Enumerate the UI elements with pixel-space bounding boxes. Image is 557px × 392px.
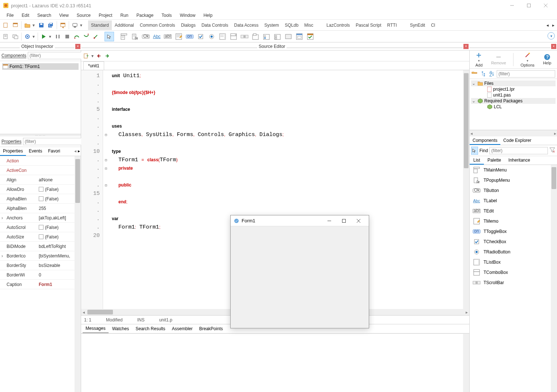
palette-tab-misc[interactable]: Misc: [302, 20, 317, 30]
right-tab-components[interactable]: Components: [470, 136, 500, 145]
palette-tab-cl[interactable]: Cl: [428, 20, 438, 30]
palette-tab-data-controls[interactable]: Data Controls: [198, 20, 231, 30]
property-row[interactable]: AlphaBlen (False): [0, 194, 81, 204]
palette-togglebox-icon[interactable]: on: [185, 32, 194, 41]
property-row[interactable]: AlignalNone: [0, 175, 81, 185]
menu-edit[interactable]: Edit: [18, 12, 33, 19]
palette-tab-synedit[interactable]: SynEdit: [407, 20, 428, 30]
property-row[interactable]: AutoSize (False): [0, 232, 81, 242]
palette-tab-lazcontrols[interactable]: LazControls: [323, 20, 353, 30]
messages-body[interactable]: [81, 333, 469, 392]
component-list-tab-palette[interactable]: Palette: [484, 156, 505, 165]
palette-button-icon[interactable]: Ok: [141, 32, 151, 41]
msg-tab-search-results[interactable]: Search Results: [133, 325, 168, 333]
view-forms-button[interactable]: [11, 32, 20, 41]
right-panel-close[interactable]: ×: [551, 44, 556, 49]
palette-tab-standard[interactable]: Standard: [88, 20, 112, 30]
property-row[interactable]: BorderStybsSizeable: [0, 261, 81, 270]
project-add-button[interactable]: ▾ Add: [474, 51, 484, 68]
project-filter-input[interactable]: [497, 70, 555, 78]
editor-fold-column[interactable]: ⊟⊟⊟⊟: [103, 70, 109, 309]
new-form-button[interactable]: [11, 21, 20, 30]
property-row[interactable]: BorderWi0: [0, 270, 81, 280]
palette-scroll-left[interactable]: ◂: [545, 20, 550, 30]
palette-listbox-icon[interactable]: [218, 32, 227, 41]
component-list-item[interactable]: TScrollBar: [470, 278, 557, 288]
palette-tab-additional[interactable]: Additional: [112, 20, 137, 30]
component-list-item[interactable]: abITEdit: [470, 206, 557, 216]
menu-window[interactable]: Window: [176, 12, 199, 19]
run-button[interactable]: [39, 32, 48, 41]
palette-tab-pascal-script[interactable]: Pascal Script: [353, 20, 384, 30]
editor-nav-back-icon[interactable]: [95, 52, 102, 60]
palette-tab-dialogs[interactable]: Dialogs: [178, 20, 198, 30]
form-close-button[interactable]: [351, 216, 366, 226]
form-maximize-button[interactable]: [337, 216, 351, 226]
stop-button[interactable]: [63, 32, 72, 41]
component-list-item[interactable]: TComboBox: [470, 267, 557, 278]
save-button[interactable]: [37, 21, 46, 30]
msg-tab-messages[interactable]: Messages: [83, 324, 109, 333]
oi-tab-events[interactable]: Events: [26, 147, 45, 156]
component-list-item[interactable]: TMainMenu: [470, 165, 557, 175]
open-button[interactable]: [23, 21, 32, 30]
property-row[interactable]: Action: [0, 156, 81, 166]
menu-source[interactable]: Source: [73, 12, 94, 19]
palette-panel-icon[interactable]: [284, 32, 293, 41]
save-all-button[interactable]: [46, 21, 55, 30]
properties-filter-input[interactable]: [23, 138, 82, 145]
tree-item-form1[interactable]: Form1: TForm1: [2, 63, 79, 70]
toggle-form-unit-button[interactable]: [58, 21, 67, 30]
form-minimize-button[interactable]: [322, 216, 337, 226]
oi-tabs-left[interactable]: ◂: [73, 147, 77, 156]
project-tree-file[interactable]: unit1.pas: [471, 92, 556, 98]
project-help-button[interactable]: ? Help: [542, 53, 553, 66]
oi-tabs-right[interactable]: ▸: [77, 147, 81, 156]
component-list-item[interactable]: TListBox: [470, 257, 557, 267]
messages-vscrollbar[interactable]: [463, 334, 469, 392]
editor-tab-unit1[interactable]: *unit1: [83, 61, 104, 70]
components-filter-input[interactable]: [28, 52, 86, 59]
menu-package[interactable]: Package: [133, 12, 157, 19]
oi-tab-favorites[interactable]: Favori: [45, 147, 63, 156]
menu-view[interactable]: View: [56, 12, 72, 19]
palette-frame-icon[interactable]: [295, 32, 304, 41]
palette-radiobutton-icon[interactable]: [207, 32, 216, 41]
palette-tab-rtti[interactable]: RTTI: [384, 20, 399, 30]
palette-options-icon[interactable]: ▾: [547, 32, 555, 39]
editor-gutter[interactable]: 1...5....10....15....20: [81, 70, 103, 309]
palette-scrollbar-icon[interactable]: [240, 32, 249, 41]
menu-project[interactable]: Project: [95, 12, 116, 19]
component-list-item[interactable]: TCheckBox: [470, 237, 557, 247]
property-row[interactable]: ActiveCon: [0, 166, 81, 175]
chevron-down-icon[interactable]: ⌄: [471, 98, 476, 103]
oi-tab-properties[interactable]: Properties: [0, 147, 26, 156]
menu-search[interactable]: Search: [34, 12, 55, 19]
palette-tab-sqldb[interactable]: SQLdb: [282, 20, 301, 30]
msg-tab-assembler[interactable]: Assembler: [169, 325, 196, 333]
component-list-item[interactable]: OkTButton: [470, 185, 557, 196]
msg-tab-watches[interactable]: Watches: [109, 325, 132, 333]
property-scrollbar[interactable]: [75, 156, 81, 392]
component-list-item[interactable]: TMemo: [470, 216, 557, 226]
component-list-item[interactable]: onTToggleBox: [470, 226, 557, 237]
form-designer-canvas[interactable]: [231, 226, 369, 328]
palette-checkbox-icon[interactable]: [196, 32, 205, 41]
maximize-button[interactable]: [520, 0, 537, 11]
component-list[interactable]: TMainMenuTPopupMenuOkTButtonAbcTLabelabI…: [470, 165, 557, 392]
project-tree-package[interactable]: LCL: [471, 104, 556, 110]
palette-popupmenu-icon[interactable]: [130, 32, 140, 41]
project-tree[interactable]: ⌄ Files project1.lpr unit1.pas ⌄ Require…: [470, 79, 557, 130]
msg-tab-breakpoints[interactable]: BreakPoints: [196, 325, 226, 333]
source-editor-close[interactable]: ×: [463, 44, 469, 49]
object-inspector-header[interactable]: Object Inspector: [20, 43, 54, 50]
component-tree[interactable]: Form1: TForm1: [0, 61, 81, 134]
project-dir-hierarchy-icon[interactable]: [471, 69, 478, 78]
property-row[interactable]: CaptionForm1: [0, 280, 81, 289]
editor-vscrollbar[interactable]: [463, 70, 469, 309]
palette-radiogroup-icon[interactable]: [262, 32, 271, 41]
property-grid[interactable]: ActionActiveConAlignalNoneAllowDro (Fals…: [0, 156, 81, 392]
component-list-item[interactable]: TPopupMenu: [470, 175, 557, 185]
property-row[interactable]: ›Anchors[akTop,akLeft]: [0, 213, 81, 223]
palette-combobox-icon[interactable]: [229, 32, 238, 41]
